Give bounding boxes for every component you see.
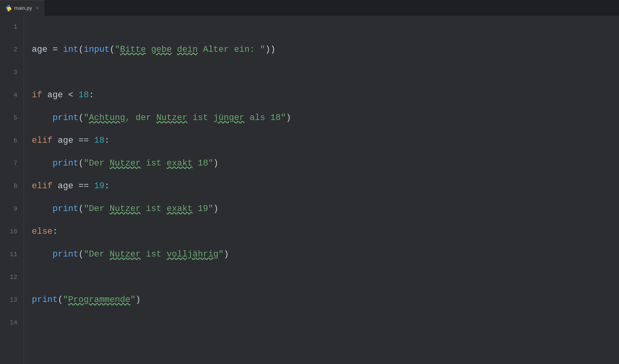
token-colon-6: : <box>104 136 110 145</box>
line-number-12: 12 <box>0 266 17 289</box>
token-print-7: print <box>53 159 79 168</box>
token-str-7: "Der Nutzer ist exakt 18" <box>84 159 213 168</box>
token-assign-2: = <box>48 46 63 54</box>
token-num-8: 19 <box>94 182 104 191</box>
token-if-4: if <box>32 91 42 100</box>
token-elif-6: elif <box>32 136 53 145</box>
token-elif-8: elif <box>32 182 53 191</box>
token-indent-11 <box>32 250 53 259</box>
line-number-11: 11 <box>0 243 17 266</box>
line-number-14: 14 <box>0 311 17 334</box>
token-str-5: "Achtung, der Nutzer ist jünger als 18" <box>84 114 286 122</box>
code-line-6: elif age == 18 : <box>24 129 619 152</box>
token-indent-9 <box>32 205 53 213</box>
token-paren3-2: )) <box>265 46 275 54</box>
code-line-11: print ( "Der Nutzer ist volljährig" ) <box>24 243 619 266</box>
token-print-11: print <box>53 250 79 259</box>
tab-close-button[interactable]: × <box>36 5 39 11</box>
token-age-4: age <box>42 91 63 100</box>
token-paren1-9: ( <box>79 205 84 213</box>
code-line-1 <box>24 16 619 38</box>
token-num-4: 18 <box>79 91 89 100</box>
token-paren2-5: ) <box>286 114 291 122</box>
token-colon-4: : <box>89 91 94 100</box>
token-int-2: int <box>63 46 79 54</box>
line-number-7: 7 <box>0 152 17 175</box>
token-age-2: age <box>32 46 48 54</box>
token-paren2-7: ) <box>213 159 218 168</box>
code-content[interactable]: age = int ( input ( "Bitte gebe dein Alt… <box>24 16 619 364</box>
line-number-13: 13 <box>0 289 17 311</box>
line-number-2: 2 <box>0 38 17 61</box>
token-lt-4: < <box>63 91 79 100</box>
token-str-9: "Der Nutzer ist exakt 19" <box>84 205 213 213</box>
token-input-2: input <box>84 46 110 54</box>
editor-area: 1 2 3 4 5 6 7 8 9 10 11 12 13 14 age = i… <box>0 16 619 364</box>
line-number-3: 3 <box>0 61 17 84</box>
token-eq-8: == <box>73 182 94 191</box>
token-age-8: age <box>53 182 73 191</box>
line-number-9: 9 <box>0 198 17 220</box>
token-paren1-2: ( <box>79 46 84 54</box>
token-paren1-13: ( <box>58 296 63 304</box>
line-number-8: 8 <box>0 175 17 198</box>
code-line-8: elif age == 19 : <box>24 175 619 198</box>
token-paren2-11: ) <box>224 250 229 259</box>
code-line-5: print ( "Achtung, der Nutzer ist jünger … <box>24 107 619 129</box>
line-number-4: 4 <box>0 84 17 107</box>
code-line-4: if age < 18 : <box>24 84 619 107</box>
token-num-6: 18 <box>94 136 104 145</box>
token-paren1-7: ( <box>79 159 84 168</box>
python-icon <box>5 5 12 11</box>
code-line-2: age = int ( input ( "Bitte gebe dein Alt… <box>24 38 619 61</box>
token-paren2-13: ) <box>136 296 141 304</box>
token-colon-8: : <box>104 182 110 191</box>
line-number-5: 5 <box>0 107 17 129</box>
token-age-6: age <box>53 136 73 145</box>
code-line-12 <box>24 266 619 289</box>
tab-main-py[interactable]: main.py × <box>0 0 44 16</box>
token-paren1-5: ( <box>79 114 84 122</box>
token-paren2-9: ) <box>213 205 218 213</box>
code-line-9: print ( "Der Nutzer ist exakt 19" ) <box>24 198 619 220</box>
token-str-11: "Der Nutzer ist volljährig" <box>84 250 223 259</box>
line-number-10: 10 <box>0 220 17 243</box>
line-numbers: 1 2 3 4 5 6 7 8 9 10 11 12 13 14 <box>0 16 24 364</box>
token-else-10: else <box>32 228 53 236</box>
token-colon-10: : <box>53 228 58 236</box>
line-number-6: 6 <box>0 129 17 152</box>
tab-label: main.py <box>14 5 32 11</box>
token-eq-6: == <box>73 136 94 145</box>
tab-bar: main.py × <box>0 0 619 16</box>
token-paren2-2: ( <box>110 46 115 54</box>
line-number-1: 1 <box>0 16 17 38</box>
code-line-13: print ( "Programmende" ) <box>24 289 619 311</box>
token-str-13: "Programmende" <box>63 296 136 304</box>
token-print-9: print <box>53 205 79 213</box>
token-str-2: "Bitte gebe dein Alter ein: " <box>115 46 265 54</box>
token-indent-5 <box>32 114 53 122</box>
code-line-14 <box>24 311 619 334</box>
code-line-3 <box>24 61 619 84</box>
token-print-13: print <box>32 296 58 304</box>
code-line-10: else : <box>24 220 619 243</box>
token-indent-7 <box>32 159 53 168</box>
token-paren1-11: ( <box>79 250 84 259</box>
token-print-5: print <box>53 114 79 122</box>
code-line-7: print ( "Der Nutzer ist exakt 18" ) <box>24 152 619 175</box>
